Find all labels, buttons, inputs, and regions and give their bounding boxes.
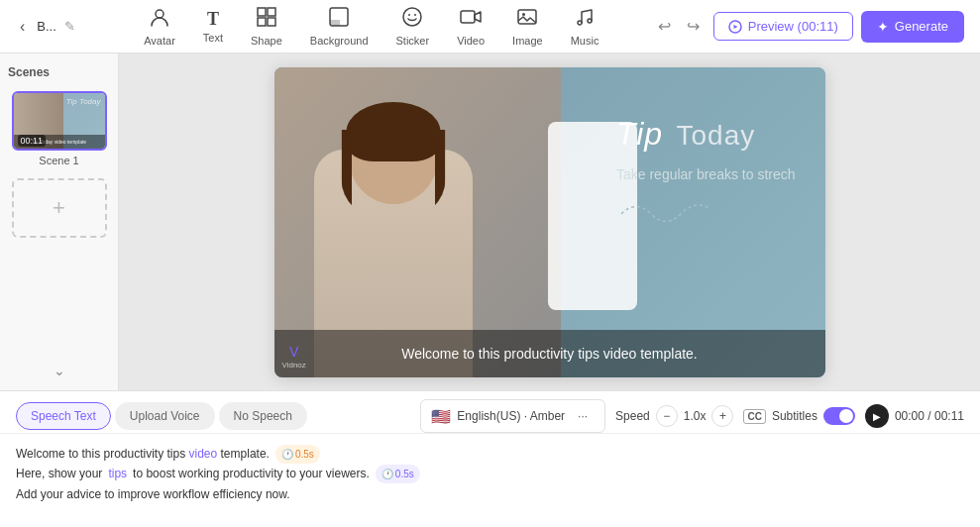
toolbar-center: Avatar T Text Shape Background Sticker — [95, 0, 648, 53]
canvas-right-panel: Tip Today Take regular breaks to strech — [616, 117, 796, 230]
svg-point-6 — [403, 8, 421, 26]
scene-1-thumb[interactable]: Tip Today Tip Today video template 00:11 — [12, 91, 107, 151]
canvas-bottom-text: Welcome to this productivity tips video … — [401, 346, 698, 362]
edit-icon[interactable]: ✎ — [64, 19, 75, 34]
main-area: Scenes Tip Today Tip Today video templat… — [0, 53, 980, 390]
svg-point-8 — [414, 14, 416, 16]
add-scene-button[interactable]: + — [12, 178, 107, 238]
background-icon — [328, 6, 350, 33]
avatar-label: Avatar — [144, 35, 175, 47]
subtitles-control: CC Subtitles — [743, 407, 854, 425]
language-label: English(US) · Amber — [457, 409, 565, 423]
tool-shape[interactable]: Shape — [239, 0, 294, 53]
bottom-tabs: Speech Text Upload Voice No Speech 🇺🇸 En… — [0, 391, 980, 434]
play-area: ▶ 00:00 / 00:11 — [865, 404, 964, 428]
cc-icon: CC — [743, 409, 765, 424]
tab-speech-text[interactable]: Speech Text — [16, 402, 111, 430]
canvas-bottom-bar: Welcome to this productivity tips video … — [274, 330, 825, 377]
subtitles-label: Subtitles — [772, 409, 817, 423]
scene-1-label: Scene 1 — [39, 155, 78, 166]
canvas-title-italic: Tip — [616, 116, 663, 152]
preview-button[interactable]: Preview (00:11) — [713, 12, 853, 41]
speech-line-1: Welcome to this productivity tips video … — [16, 444, 964, 464]
speed-plus-button[interactable]: + — [711, 405, 733, 427]
speech-text-line2b: tips — [108, 464, 127, 483]
speed-minus-button[interactable]: − — [656, 405, 678, 427]
tool-background[interactable]: Background — [298, 0, 381, 53]
tab-upload-voice[interactable]: Upload Voice — [115, 402, 215, 430]
svg-rect-9 — [461, 11, 475, 23]
canvas-area: Tip Today Take regular breaks to strech … — [119, 53, 980, 390]
time-display: 00:00 / 00:11 — [895, 409, 964, 423]
generate-button[interactable]: ✦ Generate — [861, 11, 964, 43]
svg-point-12 — [578, 21, 582, 25]
svg-point-0 — [156, 10, 163, 18]
speech-badge-2: 🕐 0.5s — [376, 465, 420, 483]
language-more-button[interactable]: ··· — [571, 404, 595, 428]
toggle-knob — [839, 409, 853, 423]
image-icon — [516, 6, 538, 33]
scenes-label: Scenes — [8, 65, 50, 79]
svg-rect-4 — [268, 18, 275, 26]
bottom-panel: Speech Text Upload Voice No Speech 🇺🇸 En… — [0, 390, 980, 527]
svg-point-7 — [408, 14, 410, 16]
sidebar: Scenes Tip Today Tip Today video templat… — [0, 53, 119, 390]
project-name: B... — [37, 19, 56, 34]
tool-text[interactable]: T Text — [191, 3, 235, 50]
sticker-icon — [401, 6, 423, 33]
speech-text-line2a: Here, show your — [16, 464, 102, 483]
shape-label: Shape — [251, 35, 282, 47]
clock-icon-1: 🕐 — [281, 446, 293, 463]
tool-avatar[interactable]: Avatar — [132, 0, 187, 53]
redo-button[interactable]: ↪ — [681, 13, 706, 40]
video-icon — [460, 6, 482, 33]
speed-label: Speed — [615, 409, 650, 423]
tab-no-speech[interactable]: No Speech — [219, 402, 307, 430]
image-label: Image — [512, 35, 543, 47]
text-icon: T — [207, 9, 219, 30]
canvas-title-normal: Today — [676, 120, 755, 151]
chevron-down-button[interactable]: ⌄ — [54, 363, 65, 378]
speech-line-3: Add your advice to improve workflow effi… — [16, 484, 964, 504]
play-button[interactable]: ▶ — [865, 404, 889, 428]
language-selector[interactable]: 🇺🇸 English(US) · Amber ··· — [420, 399, 605, 433]
speech-text-line3: Add your advice to improve workflow effi… — [16, 484, 290, 504]
speed-value: 1.0x — [684, 409, 707, 423]
svg-rect-3 — [258, 18, 266, 26]
speech-text-area: Welcome to this productivity tips video … — [0, 434, 980, 527]
svg-rect-2 — [268, 8, 275, 16]
shape-icon — [256, 6, 277, 33]
tool-image[interactable]: Image — [500, 0, 555, 53]
music-label: Music — [571, 35, 599, 47]
scene-timer: 00:11 — [18, 135, 47, 147]
canvas-watermark: V Vidnoz — [282, 344, 306, 369]
background-label: Background — [310, 35, 369, 47]
canvas-subtitle: Take regular breaks to strech — [616, 165, 796, 185]
undo-button[interactable]: ↩ — [652, 13, 677, 40]
svg-rect-1 — [258, 8, 266, 16]
svg-point-13 — [588, 19, 592, 23]
svg-point-11 — [522, 13, 525, 16]
generate-icon: ✦ — [877, 19, 889, 35]
speed-control: Speed − 1.0x + — [615, 405, 733, 427]
tool-video[interactable]: Video — [445, 0, 496, 53]
generate-label: Generate — [895, 19, 948, 34]
preview-icon — [728, 20, 742, 34]
flag-icon: 🇺🇸 — [431, 407, 451, 426]
bottom-tab-right: 🇺🇸 English(US) · Amber ··· Speed − 1.0x … — [420, 399, 964, 433]
subtitles-toggle[interactable] — [823, 407, 855, 425]
music-icon — [574, 6, 596, 33]
tool-sticker[interactable]: Sticker — [384, 0, 442, 53]
video-label: Video — [457, 35, 485, 47]
text-label: Text — [203, 32, 223, 44]
speech-line-2: Here, show your tips to boost working pr… — [16, 464, 964, 483]
tool-music[interactable]: Music — [559, 0, 611, 53]
back-button[interactable]: ‹ — [16, 14, 29, 40]
canvas-frame[interactable]: Tip Today Take regular breaks to strech … — [274, 67, 825, 377]
avatar-icon — [149, 6, 170, 33]
canvas-title: Tip Today — [616, 117, 796, 152]
toolbar-right: ↩ ↪ Preview (00:11) ✦ Generate — [652, 11, 964, 43]
preview-label: Preview (00:11) — [748, 19, 838, 34]
speech-text-line2c: to boost working productivity to your vi… — [133, 464, 370, 483]
clock-icon-2: 🕐 — [381, 466, 393, 482]
